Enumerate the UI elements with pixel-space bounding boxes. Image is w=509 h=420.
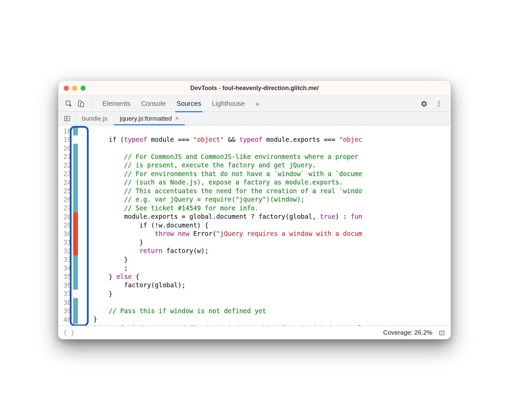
gutter-row[interactable]: 27 (58, 204, 85, 213)
line-number: 25 (58, 187, 73, 195)
code-line: // See ticket #14549 for more info. (93, 204, 259, 212)
coverage-bar (73, 264, 78, 272)
gutter-row[interactable]: 34 (58, 264, 85, 272)
line-number: 26 (58, 196, 73, 203)
code-line: // e.g. var jQuery = require("jquery")(w… (93, 196, 305, 203)
coverage-bar (73, 135, 78, 144)
code-line (93, 144, 97, 152)
gutter-row[interactable]: 20 (58, 144, 85, 153)
code-line: ; (93, 264, 128, 271)
devtools-window: DevTools - foul-heavenly-direction.glitc… (58, 81, 451, 339)
maximize-window-button[interactable] (81, 86, 86, 91)
svg-point-5 (438, 105, 439, 107)
pretty-print-icon[interactable]: { } (63, 329, 74, 337)
code-line: factory(global); (93, 281, 186, 289)
coverage-bar (73, 290, 78, 298)
code-line: throw new Error("jQuery requires a windo… (93, 230, 362, 237)
coverage-bar (73, 170, 78, 178)
line-number: 19 (58, 136, 73, 143)
filetab-jquery[interactable]: jquery.js:formatted × (114, 112, 185, 125)
file-tabs: bundle.js jquery.js:formatted × (58, 112, 451, 125)
line-number: 29 (58, 221, 73, 229)
gutter-row[interactable]: 25 (58, 187, 85, 196)
gutter-row[interactable]: 30 (58, 229, 85, 238)
gutter-row[interactable]: 21 (58, 153, 85, 161)
gutter-row[interactable]: 33 (58, 255, 85, 264)
code-line: } (93, 256, 128, 263)
coverage-bar (73, 255, 78, 264)
close-icon[interactable]: × (175, 115, 179, 122)
devtools-toolbar: Elements Console Sources Lighthouse » (58, 96, 451, 112)
gutter-row[interactable]: 35 (58, 272, 85, 281)
close-window-button[interactable] (64, 86, 69, 91)
gutter-row[interactable]: 32 (58, 247, 85, 255)
code-line: } (93, 316, 97, 323)
coverage-bar (73, 307, 78, 316)
coverage-bar (73, 212, 78, 221)
inspect-element-icon[interactable] (64, 99, 74, 109)
line-number: 24 (58, 179, 73, 186)
tab-more[interactable]: » (254, 96, 261, 111)
code-line (93, 298, 97, 306)
code-line: // For CommonJS and CommonJS-like enviro… (93, 153, 362, 160)
line-number: 18 (58, 127, 73, 135)
gutter-row[interactable]: 36 (58, 281, 85, 290)
window-title: DevTools - foul-heavenly-direction.glitc… (190, 85, 319, 92)
coverage-bar (73, 161, 78, 170)
coverage-bar (73, 204, 78, 213)
settings-icon[interactable] (419, 99, 429, 109)
line-number: 21 (58, 153, 73, 160)
gutter-row[interactable]: 24 (58, 178, 85, 187)
gutter-row[interactable]: 28 (58, 212, 85, 221)
filetab-bundle[interactable]: bundle.js (76, 112, 114, 125)
gutter-row[interactable]: 23 (58, 170, 85, 178)
filetab-label: jquery.js:formatted (120, 115, 172, 122)
line-number: 38 (58, 299, 73, 306)
panel-tabs: Elements Console Sources Lighthouse » (96, 96, 415, 111)
gutter-row[interactable]: 38 (58, 298, 85, 307)
code-line: } (93, 239, 143, 246)
code-editor[interactable]: if (typeof module === "object" && typeof… (85, 125, 451, 326)
coverage-text: Coverage: 26.2% (383, 329, 432, 336)
tab-elements[interactable]: Elements (101, 96, 132, 111)
line-number: 20 (58, 144, 73, 152)
gutter-row[interactable]: 22 (58, 161, 85, 170)
coverage-bar (73, 229, 78, 238)
editor-area: 1819202122232425262728293031323334353637… (58, 125, 451, 326)
gutter-row[interactable]: 26 (58, 195, 85, 204)
gutter-row[interactable]: 40 (58, 315, 85, 324)
svg-rect-2 (81, 102, 84, 107)
code-line: } else { (93, 273, 139, 280)
line-number: 35 (58, 273, 73, 280)
navigator-toggle-icon[interactable] (58, 112, 76, 125)
code-line: // (such as Node.js), expose a factory a… (93, 178, 343, 186)
minimize-window-button[interactable] (72, 86, 77, 91)
code-line: // Pass this if window is not defined ye… (93, 307, 266, 314)
svg-point-3 (438, 101, 439, 102)
line-number: 36 (58, 282, 73, 289)
code-line: module.exports = global.document ? facto… (93, 213, 362, 220)
code-line: if (typeof module === "object" && typeof… (93, 136, 362, 143)
tab-lighthouse[interactable]: Lighthouse (211, 96, 246, 111)
kebab-menu-icon[interactable] (434, 99, 444, 109)
code-line: // This accentuates the need for the cre… (93, 187, 362, 195)
coverage-bar (73, 195, 78, 204)
code-line: // For environments that do not have a `… (93, 170, 362, 177)
line-number: 22 (58, 162, 73, 169)
code-line: return factory(w); (93, 247, 209, 254)
gutter-row[interactable]: 29 (58, 221, 85, 230)
device-toolbar-icon[interactable] (76, 99, 86, 109)
coverage-bar (73, 153, 78, 161)
gutter-row[interactable]: 19 (58, 135, 85, 144)
filetab-label: bundle.js (82, 115, 107, 122)
gutter-row[interactable]: 31 (58, 238, 85, 247)
gutter-row[interactable]: 37 (58, 290, 85, 298)
line-number: 28 (58, 213, 73, 220)
collapse-icon[interactable] (438, 329, 446, 337)
gutter-row[interactable]: 39 (58, 307, 85, 316)
line-number: 39 (58, 307, 73, 314)
tab-console[interactable]: Console (140, 96, 167, 111)
tab-sources[interactable]: Sources (175, 96, 202, 111)
code-line: } (93, 290, 112, 297)
gutter-row[interactable]: 18 (58, 127, 85, 135)
